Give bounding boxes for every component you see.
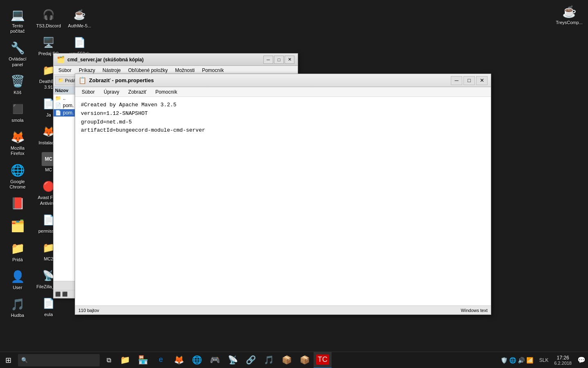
viewer-menu-pomocnik[interactable]: Pomocník — [151, 88, 181, 96]
desktop-icon-tento-pocitac[interactable]: 💻 Tento počítač — [3, 5, 32, 36]
tc-menu-pomocnik[interactable]: Pomocník — [199, 67, 227, 74]
viewer-window: 📋 Zobraziť - pom.properties ─ □ ✕ Súbor … — [75, 74, 491, 315]
treys-icon: ☕ — [562, 4, 577, 19]
edge-icon: e — [159, 355, 163, 364]
hudba-label: Hudba — [11, 313, 24, 318]
start-button[interactable]: ⊞ — [0, 352, 16, 368]
viewer-titlebar-left: 📋 Zobraziť - pom.properties — [78, 76, 154, 84]
chrome-tb-icon: 🌐 — [192, 355, 202, 365]
desktop-icon-smola[interactable]: ⬛ smola — [3, 99, 32, 126]
desktop-icon-hudba[interactable]: 🎵 Hudba — [3, 294, 32, 321]
taskbar-app-firefox[interactable]: 🦊 — [170, 352, 188, 368]
tc-file-icon: 📄 — [55, 103, 61, 108]
desktop-icon-firefox[interactable]: 🦊 MozillaFirefox — [3, 127, 32, 159]
viewer-maximize-button[interactable]: □ — [463, 76, 475, 85]
desktop-icon-tc2[interactable]: 🗂️ — [3, 216, 32, 237]
tray-wifi-icon[interactable]: 📶 — [526, 357, 533, 364]
viewer-app-icon: 📋 — [78, 76, 87, 84]
tc-minimize-button[interactable]: ─ — [263, 56, 273, 64]
taskbar-app-hamachi[interactable]: 🔗 — [242, 352, 260, 368]
viewer-menu-subor[interactable]: Súbor — [78, 88, 99, 96]
viewer-menubar: Súbor Úpravy Zobraziť Pomocník — [75, 87, 491, 97]
taskbar-app-steam[interactable]: 🎮 — [206, 352, 224, 368]
taskbar-clock[interactable]: 17:26 6.2.2018 — [551, 355, 575, 366]
taskbar-app-edge[interactable]: e — [152, 352, 170, 368]
taskbar-app-explorer[interactable]: 📁 — [116, 352, 134, 368]
hudba-icon: 🎵 — [10, 297, 25, 312]
taskbar-app-filezilla-tb[interactable]: 📡 — [224, 352, 242, 368]
system-tray: 🛡️ 🌐 🔊 📶 — [497, 357, 537, 364]
desktop-icon-acrobat[interactable]: 📕 — [3, 194, 32, 215]
taskbar-app-unknown[interactable]: 📦 — [296, 352, 314, 368]
task-view-icon: ⧉ — [107, 357, 111, 364]
task-view-button[interactable]: ⧉ — [101, 352, 116, 368]
desktop-icons-area: 💻 Tento počítač 🔧 Ovládacípanel 🗑️ Kôš ⬛… — [0, 0, 57, 352]
acrobat-icon: 📕 — [10, 196, 25, 211]
tc-window-title: cmd_server.jar (skúšobná kópia) — [67, 57, 144, 63]
tc-menu-subor[interactable]: Súbor — [55, 67, 75, 74]
clock-date: 6.2.2018 — [554, 361, 572, 366]
user-folder-label: User — [13, 285, 22, 290]
tray-network-icon[interactable]: 🌐 — [509, 357, 516, 364]
start-icon: ⊞ — [5, 356, 11, 365]
taskbar-app-tc[interactable]: TC — [314, 352, 332, 368]
tc-file-name: pom. — [63, 103, 74, 108]
tc-prida-label: Pridá — [65, 78, 76, 83]
user-folder-icon: 👤 — [10, 269, 25, 284]
tc-menu-oblubene[interactable]: Obľúbené položky — [125, 67, 171, 74]
tc-prida-icon: 📁 — [58, 78, 64, 83]
firefox-label: MozillaFirefox — [11, 146, 24, 156]
ovladaci-panel-icon: 🔧 — [10, 40, 25, 55]
notification-center-button[interactable]: 💬 — [575, 352, 588, 368]
clock-time: 17:26 — [557, 355, 569, 361]
viewer-close-button[interactable]: ✕ — [476, 76, 488, 85]
viewer-titlebar-buttons: ─ □ ✕ — [451, 76, 488, 85]
wnx-icon: 📄 — [72, 35, 87, 50]
desktop-icon-ts3[interactable]: 🎧 TS3,Discord — [34, 5, 63, 31]
tc-bottom-icons: ⬛ ⬛ — [55, 292, 68, 297]
desktop-icon-user[interactable]: 👤 User — [3, 267, 32, 293]
taskbar-language[interactable]: SLK — [537, 357, 551, 363]
viewer-line-2: version=1.12-SNAPSHOT — [81, 110, 485, 118]
taskbar-app-chrome[interactable]: 🌐 — [188, 352, 206, 368]
desktop-icon-ovladaci-panel[interactable]: 🔧 Ovládacípanel — [3, 38, 32, 70]
ts3-label: TS3,Discord — [36, 23, 61, 29]
treys-label: TreysComp... — [556, 20, 583, 25]
mc-label: MC — [45, 167, 52, 173]
viewer-line-1: #Created by Apache Maven 3.2.5 — [81, 101, 485, 110]
viewer-statusbar-encoding: Windows text — [461, 308, 488, 313]
desktop-icon-kos[interactable]: 🗑️ Kôš — [3, 72, 32, 98]
desktop-icon-google-chrome[interactable]: 🌐 GoogleChrome — [3, 161, 32, 192]
tc-maximize-button[interactable]: □ — [274, 56, 284, 64]
tc-file-name: .. — [63, 95, 66, 101]
tc-titlebar-left: 🗂️ cmd_server.jar (skúšobná kópia) — [57, 56, 144, 63]
tray-antivirus-icon[interactable]: 🛡️ — [501, 357, 508, 364]
viewer-menu-zobrazit[interactable]: Zobraziť — [124, 88, 151, 96]
desktop-icon-prida[interactable]: 📁 Pridá — [3, 239, 32, 265]
ja-label: Ja — [46, 112, 51, 118]
tc-menu-nastroje[interactable]: Nástroje — [99, 67, 124, 74]
tc2-icon: 🗂️ — [10, 219, 25, 233]
desktop-icon-authme[interactable]: ☕ AuthMe-5... — [65, 5, 94, 31]
viewer-menu-upravy[interactable]: Úpravy — [100, 88, 123, 96]
taskbar-search-box[interactable]: 🔍 — [18, 354, 100, 366]
firefox-icon: 🦊 — [10, 130, 25, 144]
tc-menu-prikazy[interactable]: Príkazy — [76, 67, 98, 74]
predaj-icon: 🖥️ — [41, 35, 56, 50]
viewer-minimize-button[interactable]: ─ — [451, 76, 462, 85]
taskbar-app-windows[interactable]: 🏪 — [134, 352, 152, 368]
windows-store-icon: 🏪 — [138, 355, 148, 365]
eula-label: eula — [45, 312, 53, 317]
desktop: 💻 Tento počítač 🔧 Ovládacípanel 🗑️ Kôš ⬛… — [0, 0, 588, 368]
tc-menu-moznosti[interactable]: Možnosti — [172, 67, 198, 74]
tc-close-button[interactable]: ✕ — [285, 56, 294, 64]
desktop-icon-treys[interactable]: ☕ TreysComp... — [555, 4, 584, 25]
google-chrome-label: GoogleChrome — [9, 179, 25, 190]
taskbar-app-mc-tb[interactable]: 📦 — [278, 352, 296, 368]
steam-tb-icon: 🎮 — [210, 355, 220, 365]
search-icon: 🔍 — [21, 357, 28, 363]
explorer-icon: 📁 — [120, 355, 130, 365]
tray-volume-icon[interactable]: 🔊 — [518, 357, 525, 364]
taskbar-app-spotify[interactable]: 🎵 — [260, 352, 278, 368]
viewer-line-3: groupId=net.md-5 — [81, 118, 485, 127]
